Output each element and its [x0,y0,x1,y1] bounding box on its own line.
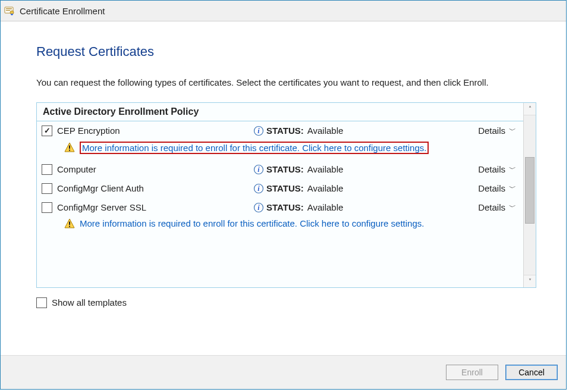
configure-link[interactable]: More information is required to enroll f… [80,218,424,228]
scroll-up-button[interactable]: ˄ [524,103,536,115]
scrollbar[interactable]: ˄ ˅ [523,103,536,287]
details-toggle[interactable]: Details﹀ [478,164,517,174]
cert-name: CEP Encryption [57,126,253,136]
content-area: Request Certificates You can request the… [1,21,566,355]
details-label: Details [478,183,505,193]
warning-icon [64,142,75,153]
info-icon: i [253,126,264,136]
svg-rect-7 [69,150,70,151]
chevron-down-icon: ﹀ [509,126,516,136]
cert-checkbox[interactable] [42,126,52,136]
details-label: Details [478,126,505,136]
status-value: Available [307,202,344,212]
details-label: Details [478,164,505,174]
show-all-label: Show all templates [52,297,127,308]
dialog-window: Certificate Enrollment Request Certifica… [0,0,567,390]
show-all-row: Show all templates [36,297,536,308]
svg-rect-15 [69,225,70,227]
window-title: Certificate Enrollment [20,6,105,16]
cert-name: ConfigMgr Server SSL [57,202,253,212]
cert-row: ComputeriSTATUS:AvailableDetails﹀ [37,160,523,179]
chevron-down-icon: ﹀ [509,183,516,193]
cancel-button[interactable]: Cancel [505,365,558,380]
cert-checkbox[interactable] [42,183,52,194]
show-all-checkbox[interactable] [36,297,47,308]
cert-status: iSTATUS:Available [253,183,478,194]
cert-row: ConfigMgr Server SSLiSTATUS:AvailableDet… [37,198,523,217]
configure-link[interactable]: More information is required to enroll f… [80,142,429,154]
svg-rect-2 [6,10,10,11]
status-label: STATUS: [266,183,304,193]
policy-header: Active Directory Enrollment Policy [37,103,523,121]
info-icon: i [253,183,264,194]
certificate-icon [4,5,15,16]
cert-checkbox[interactable] [42,202,52,213]
status-label: STATUS: [266,164,304,174]
chevron-down-icon: ﹀ [509,202,516,212]
status-value: Available [307,164,344,174]
status-value: Available [307,126,344,136]
cert-status: iSTATUS:Available [253,202,478,213]
cert-row: ConfigMgr Client AuthiSTATUS:AvailableDe… [37,179,523,198]
enroll-button[interactable]: Enroll [446,365,498,380]
warning-icon [64,218,75,229]
info-icon: i [253,164,264,175]
scroll-down-button[interactable]: ˅ [524,275,536,287]
chevron-down-icon: ﹀ [509,164,516,174]
info-icon: i [253,202,264,213]
svg-rect-14 [69,221,70,225]
certificate-list-inner: Active Directory Enrollment Policy CEP E… [37,103,523,287]
cert-status: iSTATUS:Available [253,164,478,175]
cert-name: Computer [57,164,253,174]
cert-name: ConfigMgr Client Auth [57,183,253,193]
titlebar: Certificate Enrollment [1,1,566,21]
cert-warning-row: More information is required to enroll f… [37,217,523,235]
intro-text: You can request the following types of c… [36,76,536,89]
cert-checkbox[interactable] [42,164,52,175]
cert-status: iSTATUS:Available [253,126,478,136]
details-toggle[interactable]: Details﹀ [478,202,517,212]
status-value: Available [307,183,344,193]
status-label: STATUS: [266,126,304,136]
scroll-thumb[interactable] [525,157,535,224]
svg-rect-1 [6,8,12,10]
scroll-track[interactable] [524,115,536,275]
cert-warning-row: More information is required to enroll f… [37,140,523,160]
details-toggle[interactable]: Details﹀ [478,183,517,193]
details-label: Details [478,202,505,212]
page-heading: Request Certificates [36,44,536,59]
details-toggle[interactable]: Details﹀ [478,126,517,136]
status-label: STATUS: [266,202,304,212]
cert-row: CEP EncryptioniSTATUS:AvailableDetails﹀ [37,121,523,140]
certificate-list: Active Directory Enrollment Policy CEP E… [36,102,536,288]
button-bar: Enroll Cancel [1,355,566,389]
svg-rect-6 [69,146,70,149]
